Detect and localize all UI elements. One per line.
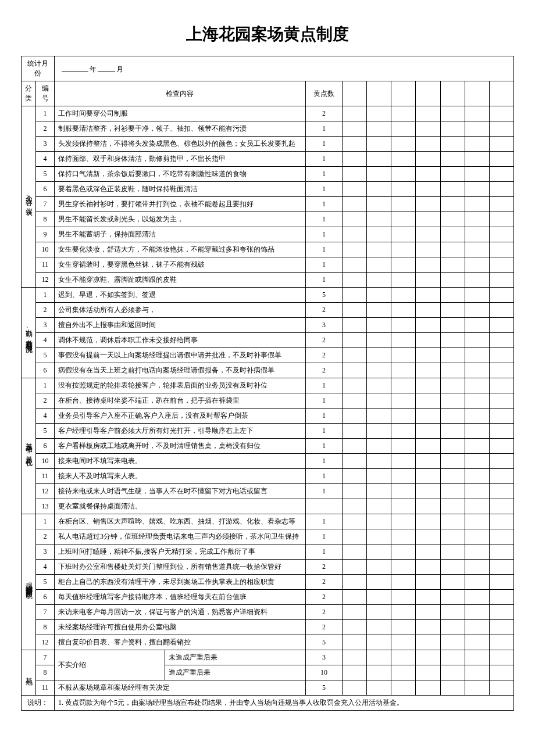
row-desc: 在柜台区、销售区大声喧哗、嬉戏、吃东西、抽烟、打游戏、化妆、看杂志等 (54, 514, 305, 529)
blank-col (391, 81, 416, 106)
blank-cell (367, 257, 391, 273)
blank-cell (489, 121, 513, 137)
blank-cell (416, 378, 440, 393)
blank-cell (343, 333, 367, 348)
row-desc: 擅自外出不上报事由和返回时间 (54, 318, 305, 333)
blank-cell (465, 333, 489, 348)
blank-cell (465, 665, 489, 680)
row-desc: 客户看样板房或工地或离开时，不及时清理销售桌，桌椅没有归位 (54, 439, 305, 454)
blank-cell (416, 620, 440, 635)
blank-cell (416, 454, 440, 469)
row-desc: 男生不能蓄胡子，保持面部清洁 (54, 227, 305, 242)
blank-cell (416, 303, 440, 318)
blank-cell (343, 424, 367, 439)
table-row: 5柜台上自己的东西没有清理干净，未尽到案场工作执掌表上的相应职责2 (22, 575, 514, 590)
blank-cell (367, 620, 391, 635)
page-title: 上海花园案场黄点制度 (21, 23, 514, 45)
row-desc: 调休不规范，调休后本职工作未交接好给同事 (54, 333, 305, 348)
row-points: 2 (305, 106, 342, 121)
blank-cell (440, 544, 465, 560)
table-row: 7男生穿长袖衬衫时，要打领带并打到位，衣袖不能卷起且要扣好1 (22, 197, 514, 212)
blank-cell (391, 121, 416, 137)
row-desc: 私人电话超过3分钟，值班经理负责电话来电三声内必须接听，茶水间卫生保持 (54, 529, 305, 544)
table-row: 11接来人不及时填写来人表。1 (22, 469, 514, 484)
table-row: 6每天值班经理填写客户接待顺序本，值班经理每天在前台值班2 (22, 590, 514, 605)
blank-cell (367, 106, 391, 121)
blank-cell (367, 650, 391, 665)
row-desc: 上班时间打瞌睡，精神不振,接客户无精打采，完成工作敷衍了事 (54, 544, 305, 560)
blank-cell (489, 333, 513, 348)
row-points: 1 (305, 484, 342, 499)
blank-cell (367, 424, 391, 439)
blank-cell (343, 529, 367, 544)
blank-cell (465, 650, 489, 665)
blank-cell (416, 363, 440, 378)
table-row: 4调休不规范，调休后本职工作未交接好给同事2 (22, 333, 514, 348)
blank-cell (343, 650, 367, 665)
blank-cell (440, 333, 465, 348)
blank-cell (416, 605, 440, 620)
row-number: 11 (36, 680, 55, 696)
blank-cell (440, 242, 465, 257)
row-desc: 男生不能留长发或剃光头，以短发为主， (54, 212, 305, 227)
blank-cell (440, 273, 465, 288)
row-points: 1 (305, 152, 342, 167)
blank-cell (465, 242, 489, 257)
blank-cell (391, 409, 416, 424)
blank-cell (343, 182, 367, 197)
row-number: 6 (36, 439, 55, 454)
blank-cell (489, 182, 513, 197)
blank-cell (367, 303, 391, 318)
blank-cell (489, 363, 513, 378)
row-desc: 更衣室就餐保持桌面清洁。 (54, 499, 305, 514)
blank-cell (416, 273, 440, 288)
row-points: 1 (305, 424, 342, 439)
col-content: 检查内容 (54, 81, 305, 106)
table-row: 5客户经理引导客户前必须大厅所有灯光打开，引导顺序右上左下1 (22, 424, 514, 439)
blank-cell (465, 121, 489, 137)
row-number: 4 (36, 333, 55, 348)
row-number: 10 (36, 454, 55, 469)
blank-cell (391, 484, 416, 499)
blank-cell (391, 106, 416, 121)
blank-cell (465, 499, 489, 514)
row-points: 1 (305, 182, 342, 197)
row-points: 5 (305, 680, 342, 696)
row-desc: 客户经理引导客户前必须大厅所有灯光打开，引导顺序右上左下 (54, 424, 305, 439)
blank-cell (367, 544, 391, 560)
blank-cell (489, 212, 513, 227)
blank-cell (489, 197, 513, 212)
row-number: 9 (36, 227, 55, 242)
blank-cell (391, 273, 416, 288)
blank-cell (367, 121, 391, 137)
note-row: 说明： 1. 黄点罚款为每个5元，由案场经理当场宣布处罚结果，并由专人当场向违规… (22, 696, 514, 711)
table-row: 2公司集体活动所有人必须参与，2 (22, 303, 514, 318)
table-row: 7来访来电客户每月回访一次，保证与客户的沟通，熟悉客户详细资料2 (22, 605, 514, 620)
blank-cell (343, 665, 367, 680)
blank-cell (343, 363, 367, 378)
blank-cell (440, 454, 465, 469)
row-number: 1 (36, 106, 55, 121)
blank-cell (465, 152, 489, 167)
row-points: 1 (305, 257, 342, 273)
row-number: 12 (36, 273, 55, 288)
row-desc: 柜台上自己的东西没有清理干净，未尽到案场工作执掌表上的相应职责 (54, 575, 305, 590)
blank-cell (465, 620, 489, 635)
row-number: 4 (36, 560, 55, 575)
row-number: 7 (36, 650, 55, 665)
blank-cell (440, 665, 465, 680)
row-points: 2 (305, 363, 342, 378)
blank-cell (465, 363, 489, 378)
category-cell: 其他 (22, 650, 36, 696)
blank-cell (440, 409, 465, 424)
row-desc: 接来人不及时填写来人表。 (54, 469, 305, 484)
blank-cell (367, 529, 391, 544)
category-cell: 个人仪容、仪表 (22, 106, 36, 288)
blank-col (440, 81, 465, 106)
blank-cell (440, 257, 465, 273)
blank-cell (465, 273, 489, 288)
row-number: 2 (36, 393, 55, 409)
row-desc: 要着黑色或深色正装皮鞋，随时保持鞋面清洁 (54, 182, 305, 197)
blank-cell (440, 303, 465, 318)
blank-cell (367, 665, 391, 680)
